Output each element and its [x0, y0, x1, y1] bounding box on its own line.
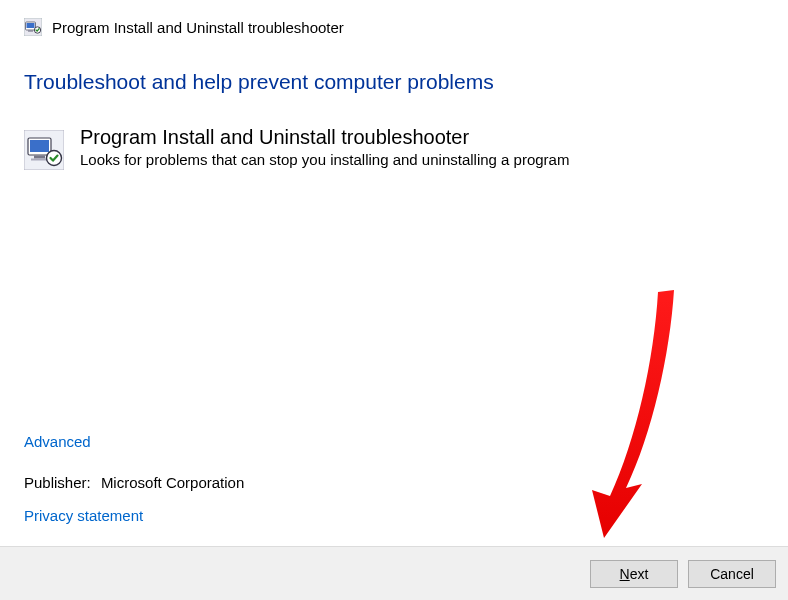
- svg-rect-9: [31, 159, 48, 161]
- svg-rect-8: [34, 156, 45, 159]
- cancel-button[interactable]: Cancel: [688, 560, 776, 588]
- troubleshooter-app-icon: [24, 18, 42, 36]
- advanced-link[interactable]: Advanced: [24, 433, 91, 450]
- publisher-value: Microsoft Corporation: [101, 474, 244, 491]
- next-button[interactable]: Next: [590, 560, 678, 588]
- svg-rect-7: [30, 140, 49, 152]
- svg-rect-3: [28, 30, 33, 32]
- privacy-statement-link[interactable]: Privacy statement: [24, 507, 143, 524]
- button-bar: Next Cancel: [0, 546, 788, 600]
- troubleshooter-item-text: Program Install and Uninstall troublesho…: [80, 126, 569, 168]
- troubleshooter-item-description: Looks for problems that can stop you ins…: [80, 151, 569, 168]
- troubleshooter-item-title: Program Install and Uninstall troublesho…: [80, 126, 569, 149]
- troubleshooter-item: Program Install and Uninstall troublesho…: [24, 126, 764, 170]
- troubleshooter-item-icon: [24, 130, 64, 170]
- page-heading: Troubleshoot and help prevent computer p…: [24, 70, 764, 94]
- svg-rect-2: [27, 23, 35, 28]
- window-title: Program Install and Uninstall troublesho…: [52, 19, 344, 36]
- window-title-row: Program Install and Uninstall troublesho…: [24, 18, 764, 36]
- publisher-row: Publisher: Microsoft Corporation: [24, 474, 764, 491]
- publisher-label: Publisher:: [24, 474, 91, 491]
